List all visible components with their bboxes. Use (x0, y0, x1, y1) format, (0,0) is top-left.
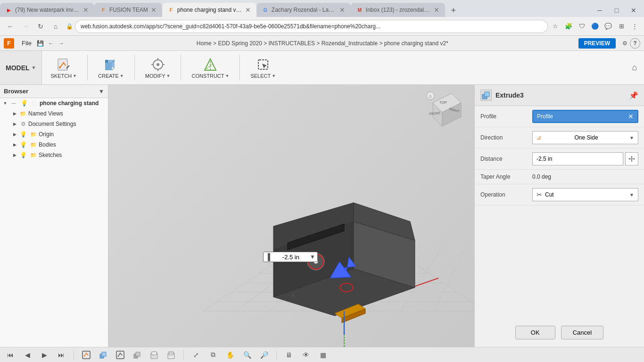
sketch2-tool-bottom[interactable] (114, 348, 127, 362)
tab-close-fusion-team[interactable]: ✕ (151, 6, 157, 14)
new-tab-button[interactable]: + (447, 4, 460, 17)
tree-item-document-settings[interactable]: ▶ ⚙ Document Settings (0, 119, 108, 129)
input-dropdown-icon[interactable]: ▼ (310, 254, 315, 260)
menu-button[interactable]: ⋮ (629, 21, 640, 32)
sketch-tool[interactable]: SKETCH ▼ (46, 54, 82, 82)
visibility-tool-bottom[interactable]: 👁 (299, 348, 313, 362)
home-3d-button[interactable]: ⌂ (625, 51, 644, 84)
tab-title-gmail: Inbox (123) - zrozendal@... (366, 7, 431, 13)
tab-close-youtube[interactable]: ✕ (83, 6, 89, 14)
operation-select[interactable]: ✂ Cut ▼ (532, 188, 638, 201)
tree-item-bodies[interactable]: ▶ 💡 📁 Bodies (0, 140, 108, 150)
doc-settings-arrow-icon[interactable]: ▶ (11, 121, 18, 127)
extensions-button[interactable]: 🧩 (563, 21, 574, 32)
back-button[interactable]: ← (4, 20, 17, 33)
mode-button[interactable]: MODEL ▼ (0, 51, 42, 84)
component2-tool-bottom[interactable] (148, 348, 161, 362)
sketch-tool-bottom[interactable] (80, 348, 93, 362)
cancel-button[interactable]: Cancel (561, 326, 603, 339)
distance-symmetric-icon[interactable] (625, 152, 638, 165)
tab-close-gmail[interactable]: ✕ (434, 6, 439, 14)
tab-fusion-team[interactable]: F FUSION TEAM ✕ (94, 3, 162, 17)
create-tool[interactable]: CREATE ▼ (93, 54, 129, 82)
viewport-distance-input[interactable]: ▐ ▼ (263, 252, 318, 262)
file-menu[interactable]: File (18, 38, 35, 49)
body-tool-bottom[interactable] (131, 348, 144, 362)
close-button[interactable]: ✕ (627, 4, 640, 17)
viewport[interactable]: TOP FRONT RIGHT ⌂ (108, 85, 474, 347)
reload-button[interactable]: ↻ (34, 20, 47, 33)
app-help-button[interactable]: ? (630, 38, 640, 49)
direction-label: Direction (480, 134, 532, 141)
sidebar: Browser ▼ ▼ ─ 💡 □ phone charging stand ▶… (0, 85, 108, 347)
app-settings-button[interactable]: ⚙ (619, 38, 630, 49)
display-tool-bottom[interactable]: 🖥 (282, 348, 296, 362)
named-views-arrow-icon[interactable]: ▶ (11, 110, 18, 117)
assembly-tool-bottom[interactable] (165, 348, 178, 362)
tree-item-named-views[interactable]: ▶ 📁 Named Views (0, 108, 108, 119)
origin-label: Origin (39, 131, 54, 138)
svg-text:⌂: ⌂ (429, 93, 432, 99)
bodies-arrow-icon[interactable]: ▶ (11, 141, 18, 148)
select-tool[interactable]: SELECT ▼ (246, 54, 281, 82)
operation-chevron-icon: ▼ (629, 192, 634, 197)
tree-item-root[interactable]: ▼ ─ 💡 □ phone charging stand (0, 98, 108, 108)
address-input[interactable] (75, 20, 548, 33)
origin-arrow-icon[interactable]: ▶ (11, 131, 18, 138)
viewcube[interactable]: TOP FRONT RIGHT ⌂ (423, 89, 471, 136)
svg-rect-73 (116, 351, 124, 359)
browser-chevron-icon[interactable]: ▼ (99, 88, 104, 95)
orbit-tool-bottom[interactable]: ⧉ (206, 348, 220, 362)
prev-frame-button[interactable]: ⏮ (4, 348, 17, 362)
profile-clear-icon[interactable]: ✕ (628, 113, 634, 120)
tab-title-zachary: Zachary Rozendal - Laun... (272, 7, 337, 13)
pan-tool-bottom[interactable]: ⤢ (190, 348, 203, 362)
extrude-header: Extrude3 📌 (475, 85, 644, 106)
tab-favicon-gmail: M (356, 7, 363, 13)
tab-youtube[interactable]: ▶ (79) New waterpark inver... ✕ (0, 3, 94, 17)
modify-tool[interactable]: MODIFY ▼ (140, 54, 175, 82)
extrude-distance-field: Distance (475, 148, 644, 170)
preview-button[interactable]: PREVIEW (578, 38, 616, 49)
step-back-button[interactable]: ◀ (21, 348, 34, 362)
sketches-arrow-icon[interactable]: ▶ (11, 152, 18, 158)
minimize-button[interactable]: ─ (593, 4, 606, 17)
browser-chrome: ▶ (79) New waterpark inver... ✕ F FUSION… (0, 0, 644, 36)
extrude-panel-icon (480, 90, 492, 101)
tab-fusion-app[interactable]: F phone charging stand v2... ✕ (162, 3, 256, 17)
redo-button[interactable]: → (56, 38, 66, 49)
tab-close-zachary[interactable]: ✕ (339, 6, 345, 14)
distance-input[interactable] (532, 152, 623, 165)
zoom-in-tool-bottom[interactable]: 🔍 (240, 348, 254, 362)
save-button[interactable]: 💾 (35, 38, 46, 49)
component-tool-bottom[interactable] (97, 348, 110, 362)
forward-button[interactable]: → (19, 20, 32, 33)
next-frame-button[interactable]: ⏭ (55, 348, 68, 362)
bookmark-button[interactable]: ☆ (550, 21, 561, 32)
direction-one-side-icon: ⊿ (537, 134, 541, 141)
zoom-out-tool-bottom[interactable]: 🔎 (257, 348, 271, 362)
tree-item-sketches[interactable]: ▶ 💡 📁 Sketches (0, 150, 108, 160)
root-arrow-icon[interactable]: ▼ (2, 100, 8, 107)
pin-panel-icon[interactable]: 📌 (629, 91, 638, 100)
home-button[interactable]: ⌂ (49, 20, 62, 33)
profile-value-input[interactable]: Profile ✕ (532, 110, 638, 123)
construct-tool[interactable]: CONSTRUCT ▼ (187, 54, 234, 82)
step-forward-button[interactable]: ▶ (38, 348, 51, 362)
root-dash-icon: ─ (10, 99, 17, 107)
extrude-taper-field: Taper Angle 0.0 deg (475, 170, 644, 184)
tree-item-origin[interactable]: ▶ 💡 📁 Origin (0, 129, 108, 140)
ok-button[interactable]: OK (515, 326, 555, 339)
tab-close-fusion-app[interactable]: ✕ (245, 6, 251, 14)
undo-button[interactable]: ← (46, 38, 56, 49)
apps-button[interactable]: ⊞ (616, 21, 627, 32)
direction-select[interactable]: ⊿ One Side ▼ (532, 131, 638, 144)
sketches-label: Sketches (39, 152, 62, 158)
hand-tool-bottom[interactable]: ✋ (223, 348, 237, 362)
maximize-button[interactable]: □ (610, 4, 623, 17)
tab-zachary[interactable]: G Zachary Rozendal - Laun... ✕ (256, 3, 351, 17)
select-chevron-icon: ▼ (272, 74, 276, 78)
tab-gmail[interactable]: M Inbox (123) - zrozendal@... ✕ (351, 3, 445, 17)
distance-value-input[interactable] (272, 254, 310, 261)
grid-tool-bottom[interactable]: ▦ (316, 348, 330, 362)
